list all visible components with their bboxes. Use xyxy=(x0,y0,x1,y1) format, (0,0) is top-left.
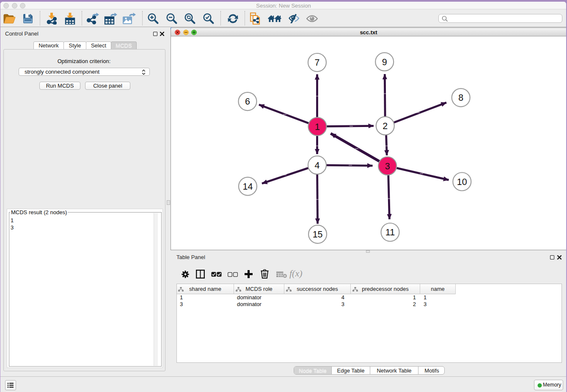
svg-text:1: 1 xyxy=(315,122,320,132)
svg-text:2: 2 xyxy=(383,121,388,131)
svg-text:8: 8 xyxy=(458,93,463,103)
svg-text:14: 14 xyxy=(243,182,253,192)
svg-text:10: 10 xyxy=(457,177,467,187)
svg-text:9: 9 xyxy=(382,57,387,67)
svg-text:6: 6 xyxy=(245,97,250,107)
svg-text:15: 15 xyxy=(313,229,323,240)
svg-text:11: 11 xyxy=(385,227,395,237)
svg-text:4: 4 xyxy=(315,160,320,171)
svg-text:7: 7 xyxy=(315,58,320,68)
svg-text:3: 3 xyxy=(385,161,390,171)
